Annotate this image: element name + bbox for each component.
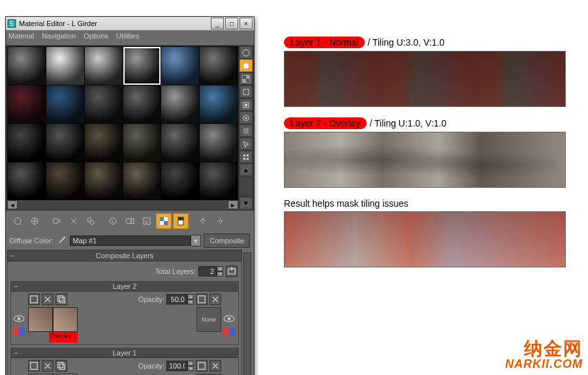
add-layer-icon[interactable] bbox=[226, 265, 238, 277]
scroll-up-icon[interactable]: ▴ bbox=[240, 164, 253, 176]
material-slot[interactable] bbox=[8, 85, 46, 123]
video-color-check-icon[interactable] bbox=[240, 98, 253, 111]
menu-options[interactable]: Options bbox=[84, 32, 108, 44]
layer-texture-thumb[interactable] bbox=[53, 307, 78, 332]
material-slot[interactable] bbox=[85, 124, 123, 162]
material-slot[interactable] bbox=[46, 162, 84, 200]
layer-texture-thumb[interactable] bbox=[28, 307, 53, 332]
material-map-navigator-icon[interactable] bbox=[240, 151, 253, 163]
material-slot[interactable] bbox=[8, 47, 46, 85]
scroll-track-vertical[interactable] bbox=[240, 177, 253, 196]
opacity-input[interactable] bbox=[166, 361, 187, 371]
opacity-spinner[interactable]: ▴▾ bbox=[187, 361, 194, 371]
scroll-track[interactable] bbox=[18, 200, 228, 209]
map-dropdown-icon[interactable]: ▾ bbox=[191, 235, 201, 247]
close-button[interactable]: × bbox=[240, 18, 253, 29]
make-unique-icon[interactable]: 1 bbox=[105, 213, 121, 229]
total-layers-input[interactable] bbox=[198, 266, 217, 277]
layer-delete-icon[interactable] bbox=[42, 293, 54, 305]
material-slot[interactable] bbox=[8, 124, 46, 162]
map-name-input[interactable] bbox=[70, 235, 191, 246]
menu-utilities[interactable]: Utilities bbox=[116, 32, 139, 44]
sample-type-icon[interactable] bbox=[240, 46, 253, 59]
layer-duplicate-icon[interactable] bbox=[55, 360, 67, 372]
material-slot[interactable] bbox=[200, 85, 238, 123]
color-swatch-icon[interactable] bbox=[13, 327, 25, 336]
material-slot[interactable] bbox=[85, 47, 123, 85]
material-slot[interactable] bbox=[200, 124, 238, 162]
blend-mode-dropdown[interactable]: Overlay bbox=[49, 332, 78, 342]
material-slot[interactable] bbox=[200, 47, 238, 85]
show-end-result-icon[interactable] bbox=[173, 213, 189, 229]
material-slot[interactable] bbox=[46, 85, 84, 123]
layer-new-icon[interactable] bbox=[28, 293, 40, 305]
layer-delete-icon[interactable] bbox=[42, 360, 54, 372]
material-slot[interactable] bbox=[123, 85, 161, 123]
make-preview-icon[interactable] bbox=[240, 112, 253, 124]
material-slot-selected[interactable] bbox=[123, 47, 161, 85]
opacity-spinner[interactable]: ▴▾ bbox=[187, 294, 194, 305]
options-icon[interactable] bbox=[240, 125, 253, 137]
material-slot[interactable] bbox=[123, 124, 161, 162]
collapse-icon[interactable]: − bbox=[14, 282, 18, 290]
minimize-button[interactable]: _ bbox=[211, 18, 224, 29]
reset-map-icon[interactable] bbox=[66, 213, 82, 229]
mask-slot[interactable]: None bbox=[196, 307, 221, 332]
material-slot[interactable] bbox=[161, 124, 199, 162]
menu-material[interactable]: Material bbox=[8, 32, 34, 44]
material-slot[interactable] bbox=[85, 85, 123, 123]
material-slot[interactable] bbox=[85, 162, 123, 200]
maximize-button[interactable]: □ bbox=[225, 18, 238, 29]
material-slot[interactable] bbox=[161, 162, 199, 200]
scroll-down-icon[interactable]: ▾ bbox=[240, 197, 253, 209]
svg-rect-48 bbox=[198, 363, 206, 370]
material-id-icon[interactable]: 0 bbox=[139, 213, 155, 229]
opacity-input[interactable] bbox=[166, 294, 187, 305]
rollup-scrollbar[interactable] bbox=[243, 252, 251, 375]
material-slot[interactable] bbox=[161, 85, 199, 123]
collapse-icon[interactable]: − bbox=[10, 252, 14, 260]
assign-to-selection-icon[interactable] bbox=[49, 213, 65, 229]
mask-visible-icon[interactable] bbox=[223, 314, 235, 323]
layer-visible-icon[interactable] bbox=[13, 314, 25, 323]
go-forward-icon[interactable] bbox=[212, 213, 228, 229]
make-copy-icon[interactable] bbox=[83, 213, 99, 229]
layer1-tiling-text: / Tiling U:3.0, V:1.0 bbox=[365, 37, 444, 48]
go-to-parent-icon[interactable] bbox=[195, 213, 211, 229]
put-to-scene-icon[interactable] bbox=[27, 213, 42, 229]
sample-uv-icon[interactable] bbox=[240, 85, 253, 98]
layer-header[interactable]: − Layer 2 bbox=[11, 282, 238, 292]
layer-new-icon[interactable] bbox=[28, 360, 40, 372]
material-slot[interactable] bbox=[8, 162, 46, 200]
mask-delete-icon[interactable] bbox=[209, 360, 221, 372]
material-slot[interactable] bbox=[123, 162, 161, 200]
mask-new-icon[interactable] bbox=[196, 293, 208, 305]
background-icon[interactable] bbox=[240, 72, 253, 85]
menu-navigation[interactable]: Navigation bbox=[42, 32, 76, 44]
mask-delete-icon[interactable] bbox=[209, 293, 221, 305]
titlebar[interactable]: S Material Editor - L Girder _ □ × bbox=[6, 17, 254, 31]
mask-color-icon[interactable] bbox=[223, 327, 235, 336]
layer-header[interactable]: − Layer 1 bbox=[11, 348, 238, 358]
material-slot[interactable] bbox=[200, 162, 238, 200]
material-slot[interactable] bbox=[161, 47, 199, 85]
collapse-icon[interactable]: − bbox=[14, 349, 18, 357]
layer-duplicate-icon[interactable] bbox=[55, 293, 67, 305]
total-layers-spinner[interactable]: ▴▾ bbox=[217, 266, 223, 277]
map-name-field[interactable]: ▾ bbox=[70, 235, 201, 247]
material-slot[interactable] bbox=[46, 124, 84, 162]
backlight-icon[interactable] bbox=[240, 59, 253, 72]
select-by-material-icon[interactable] bbox=[240, 138, 253, 150]
material-slot[interactable] bbox=[46, 47, 84, 85]
scroll-right-icon[interactable]: ▸ bbox=[228, 200, 238, 209]
get-material-icon[interactable] bbox=[10, 213, 25, 229]
eyedropper-icon[interactable] bbox=[55, 235, 67, 246]
put-to-library-icon[interactable] bbox=[122, 213, 138, 229]
scroll-left-icon[interactable]: ◂ bbox=[7, 200, 18, 209]
mask-new-icon[interactable] bbox=[196, 360, 208, 372]
show-map-in-viewport-icon[interactable] bbox=[156, 213, 172, 229]
composite-layers-rollup-header[interactable]: − Composite Layers bbox=[7, 250, 242, 262]
sample-scrollbar-horizontal[interactable]: ◂ ▸ bbox=[7, 200, 238, 209]
svg-rect-31 bbox=[178, 217, 183, 220]
material-type-button[interactable]: Composite bbox=[204, 233, 250, 248]
